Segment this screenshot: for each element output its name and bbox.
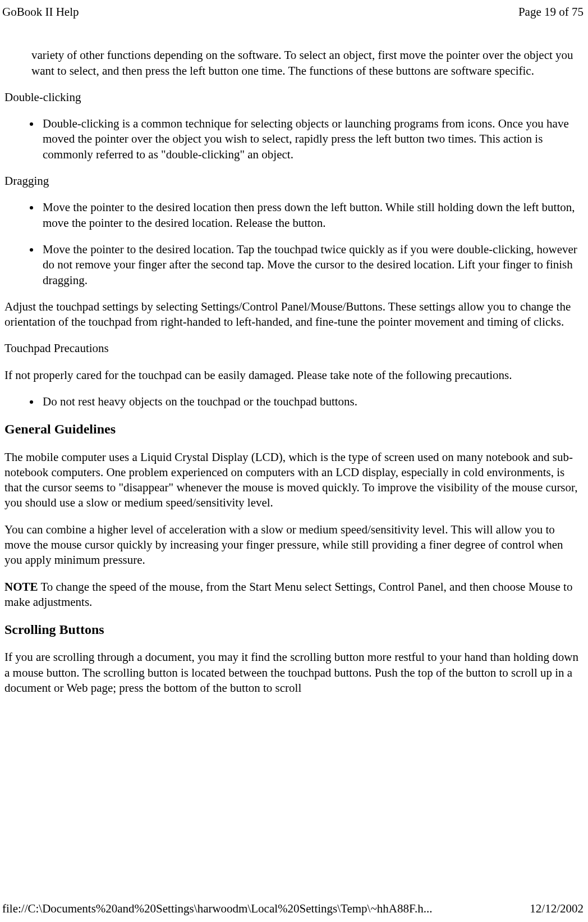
intro-continuation: variety of other functions depending on …	[4, 48, 584, 79]
adjust-paragraph: Adjust the touchpad settings by selectin…	[4, 299, 584, 330]
note-text: To change the speed of the mouse, from t…	[4, 580, 572, 609]
section-double-clicking-label: Double-clicking	[4, 90, 584, 105]
note-label: NOTE	[4, 580, 38, 594]
page-header: GoBook II Help Page 19 of 75	[0, 0, 588, 20]
double-clicking-list: Double-clicking is a common technique fo…	[4, 116, 584, 162]
list-item: Double-clicking is a common technique fo…	[40, 116, 584, 162]
precautions-list: Do not rest heavy objects on the touchpa…	[4, 394, 584, 409]
scrolling-buttons-para1: If you are scrolling through a document,…	[4, 650, 584, 696]
header-page-info: Page 19 of 75	[518, 4, 584, 20]
list-item: Do not rest heavy objects on the touchpa…	[40, 394, 584, 409]
section-precautions-label: Touchpad Precautions	[4, 341, 584, 356]
precautions-intro: If not properly cared for the touchpad c…	[4, 368, 584, 383]
page-content: variety of other functions depending on …	[0, 20, 588, 696]
page-footer: file://C:\Documents%20and%20Settings\har…	[2, 901, 584, 916]
general-guidelines-para1: The mobile computer uses a Liquid Crysta…	[4, 450, 584, 511]
note-paragraph: NOTE To change the speed of the mouse, f…	[4, 579, 584, 610]
footer-date: 12/12/2002	[530, 901, 584, 916]
heading-scrolling-buttons: Scrolling Buttons	[4, 621, 584, 638]
footer-path: file://C:\Documents%20and%20Settings\har…	[2, 901, 432, 916]
header-title: GoBook II Help	[2, 4, 79, 20]
dragging-list: Move the pointer to the desired location…	[4, 200, 584, 287]
section-dragging-label: Dragging	[4, 174, 584, 189]
heading-general-guidelines: General Guidelines	[4, 421, 584, 438]
general-guidelines-para2: You can combine a higher level of accele…	[4, 522, 584, 568]
list-item: Move the pointer to the desired location…	[40, 200, 584, 231]
list-item: Move the pointer to the desired location…	[40, 242, 584, 288]
